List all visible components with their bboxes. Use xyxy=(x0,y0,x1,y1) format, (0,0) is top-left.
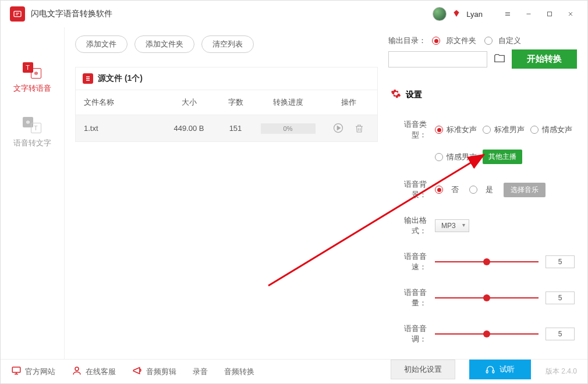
volume-slider[interactable] xyxy=(435,297,539,298)
sidebar-item-stt[interactable]: T 语音转文字 xyxy=(1,105,64,160)
delete-icon[interactable] xyxy=(352,122,366,136)
play-icon[interactable] xyxy=(331,121,345,135)
version-label: 版本 2.4.0 xyxy=(546,367,577,376)
radio-source-label: 原文件夹 xyxy=(446,35,476,46)
speed-value[interactable]: 5 xyxy=(546,255,575,268)
radio-source-folder[interactable] xyxy=(432,37,440,45)
radio-custom-folder[interactable] xyxy=(484,37,493,45)
table-row[interactable]: 1.txt 449.00 B 151 0% xyxy=(76,115,378,142)
speed-slider[interactable] xyxy=(435,261,539,262)
progress-bar: 0% xyxy=(261,123,316,134)
format-label: 输出格式： xyxy=(391,215,427,236)
radio-voice-3[interactable] xyxy=(435,153,443,161)
megaphone-icon xyxy=(132,365,143,378)
browse-folder-icon[interactable] xyxy=(493,52,506,67)
volume-label: 语音音量： xyxy=(391,287,427,308)
footer-audio-edit[interactable]: 音频剪辑 xyxy=(132,365,176,378)
col-chars: 字数 xyxy=(215,90,256,115)
cell-name: 1.txt xyxy=(76,115,163,142)
radio-bg-no[interactable] xyxy=(435,186,443,194)
app-logo xyxy=(10,6,25,22)
gear-icon xyxy=(391,88,401,101)
other-anchor-button[interactable]: 其他主播 xyxy=(483,150,522,164)
svg-rect-0 xyxy=(14,11,21,16)
app-title: 闪电文字语音转换软件 xyxy=(31,9,433,19)
volume-value[interactable]: 5 xyxy=(546,291,575,304)
radio-custom-label: 自定义 xyxy=(498,35,521,46)
service-icon xyxy=(72,365,82,378)
minimize-button[interactable] xyxy=(521,6,536,22)
username[interactable]: Lyan xyxy=(466,10,483,19)
footer-site[interactable]: 官方网站 xyxy=(11,365,55,378)
footer: 官方网站 在线客服 音频剪辑 录音 音频转换 版本 2.4.0 xyxy=(1,359,587,383)
footer-service[interactable]: 在线客服 xyxy=(72,365,116,378)
sidebar-item-label: 语音转文字 xyxy=(13,138,51,148)
format-select[interactable]: MP3 xyxy=(435,219,469,232)
col-ops: 操作 xyxy=(320,90,378,115)
col-size: 大小 xyxy=(163,90,215,115)
footer-record[interactable]: 录音 xyxy=(193,367,208,377)
clear-list-button[interactable]: 清空列表 xyxy=(201,35,254,53)
sidebar-item-tts[interactable]: T 文字转语音 xyxy=(1,51,64,105)
file-table: 文件名称 大小 字数 转换进度 操作 1.txt 449.00 B 151 0% xyxy=(75,90,378,142)
output-path-input[interactable] xyxy=(388,51,487,67)
output-label: 输出目录： xyxy=(388,35,426,46)
select-music-button[interactable]: 选择音乐 xyxy=(504,183,546,197)
bg-label: 语音背景： xyxy=(391,179,427,200)
pitch-value[interactable]: 5 xyxy=(546,328,575,340)
source-title: 源文件 (1个) xyxy=(98,73,143,84)
speed-label: 语音音速： xyxy=(391,251,427,272)
start-convert-button[interactable]: 开始转换 xyxy=(512,49,577,69)
svg-rect-4 xyxy=(12,367,20,372)
voice-type-label: 语音类型： xyxy=(391,119,427,140)
wave-icon xyxy=(31,68,41,79)
cell-size: 449.00 B xyxy=(163,115,215,142)
radio-voice-1[interactable] xyxy=(483,126,491,134)
radio-voice-2[interactable] xyxy=(530,126,539,134)
text-icon: T xyxy=(31,123,41,133)
pitch-slider[interactable] xyxy=(435,333,539,335)
svg-rect-1 xyxy=(548,12,552,16)
radio-voice-0[interactable] xyxy=(435,126,443,134)
maximize-button[interactable] xyxy=(542,6,557,22)
menu-icon[interactable] xyxy=(500,6,515,22)
sidebar-item-label: 文字转语音 xyxy=(13,83,51,94)
monitor-icon xyxy=(11,365,22,378)
vip-icon xyxy=(452,9,461,19)
source-icon xyxy=(83,73,93,84)
settings-title: 设置 xyxy=(406,90,422,100)
add-folder-button[interactable]: 添加文件夹 xyxy=(134,35,194,53)
sidebar: T 文字转语音 T 语音转文字 xyxy=(1,27,65,359)
avatar[interactable] xyxy=(433,7,447,21)
add-file-button[interactable]: 添加文件 xyxy=(75,35,127,53)
close-button[interactable] xyxy=(563,6,578,22)
col-name: 文件名称 xyxy=(76,90,163,115)
svg-point-5 xyxy=(75,367,79,371)
pitch-label: 语音音调： xyxy=(391,323,427,344)
radio-bg-yes[interactable] xyxy=(469,186,477,194)
col-progress: 转换进度 xyxy=(256,90,320,115)
footer-convert[interactable]: 音频转换 xyxy=(224,367,254,377)
cell-chars: 151 xyxy=(215,115,256,142)
